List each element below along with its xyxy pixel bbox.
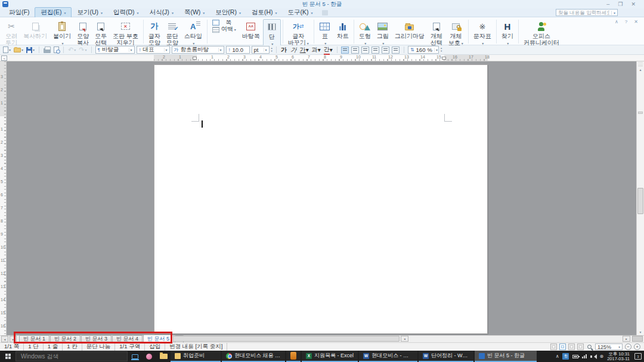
- underline-button[interactable]: 가▾: [299, 46, 309, 54]
- align-center-button[interactable]: [361, 47, 369, 54]
- right-indent-marker[interactable]: [442, 57, 446, 60]
- scroll-left-button[interactable]: ◂: [401, 336, 408, 342]
- paste-button[interactable]: 붙이기▾: [50, 19, 74, 47]
- menu-edit[interactable]: 편집(E)▾: [35, 7, 72, 18]
- taskbar-search-box[interactable]: [16, 351, 128, 361]
- tab-document-5-active[interactable]: 빈 문서 5: [143, 335, 174, 342]
- vertical-scrollbar[interactable]: ▲ ▼: [636, 61, 644, 335]
- taskbar-window-hwp-active[interactable]: 빈 문서 5 - 한글: [475, 351, 537, 362]
- horizontal-split-handle[interactable]: [632, 336, 643, 342]
- chart-button[interactable]: 차트: [334, 19, 352, 41]
- menu-tools[interactable]: 도구(K)▾: [283, 8, 318, 17]
- status-insert-mode[interactable]: 삽입: [145, 343, 165, 351]
- font-select[interactable]: 가함초롬바탕▾: [172, 46, 224, 54]
- document-page[interactable]: [154, 64, 488, 334]
- copy-button[interactable]: 복사하기: [20, 19, 50, 41]
- align-right-button[interactable]: [371, 47, 379, 54]
- help-button[interactable]: ?: [625, 19, 627, 24]
- table-button[interactable]: 표▾: [316, 19, 334, 47]
- scroll-down-button[interactable]: ▼: [637, 329, 644, 335]
- undo-button[interactable]: ↶▾: [67, 46, 76, 54]
- clipart-button[interactable]: 그리기마당: [392, 19, 428, 41]
- shapes-button[interactable]: 도형▾: [356, 19, 374, 47]
- char-shape-button[interactable]: 가 글자모양: [145, 19, 163, 47]
- indent-marker[interactable]: [193, 57, 197, 60]
- find-search-input[interactable]: [556, 10, 611, 16]
- view-grid-button[interactable]: [550, 344, 557, 350]
- ime-korean-icon[interactable]: 한: [562, 353, 569, 360]
- font-size-input[interactable]: ↕10.0: [226, 46, 250, 54]
- char-replace-button[interactable]: 가⇄ 글자바꾸기▾: [285, 19, 312, 47]
- bold-button[interactable]: 가: [280, 46, 288, 54]
- open-document-button[interactable]: ▾: [13, 48, 24, 52]
- columns-button[interactable]: 단▾: [263, 19, 281, 48]
- size-spinner[interactable]: ▴▾: [271, 47, 273, 52]
- tab-prev-button[interactable]: ◂: [1, 336, 8, 342]
- select-all-button[interactable]: 모두선택: [92, 19, 110, 47]
- zoom-in-button[interactable]: +: [634, 344, 640, 350]
- menu-input[interactable]: 입력(D)▾: [108, 8, 144, 17]
- battery-icon[interactable]: [572, 355, 578, 358]
- pink-app-button[interactable]: [142, 351, 156, 362]
- editing-canvas[interactable]: [7, 61, 636, 335]
- status-track-changes[interactable]: 변경 내용 [기록 중지]: [165, 343, 227, 351]
- ruler-tab-type-icon[interactable]: ¬: [1, 55, 7, 61]
- style-select[interactable]: ¶바탕글▾: [95, 46, 135, 54]
- eject-icon[interactable]: ⊗: [599, 354, 603, 359]
- master-page-button[interactable]: AA 바탕쪽: [239, 19, 263, 41]
- view-two-page-button[interactable]: [568, 344, 575, 350]
- char-shade-button[interactable]: 간▾: [323, 46, 333, 54]
- taskbar-window-folder[interactable]: 취업준비: [171, 351, 221, 362]
- size-unit-select[interactable]: pt▾: [252, 46, 270, 54]
- find-search-box[interactable]: ▾: [556, 9, 618, 16]
- erase-control-codes-button[interactable]: ✕ 조판 부호지우기: [110, 19, 141, 47]
- preview-button[interactable]: [53, 47, 60, 53]
- page-margin-button[interactable]: 쪽여백▾: [209, 19, 239, 33]
- align-justify-button[interactable]: [341, 47, 349, 54]
- new-document-button[interactable]: ▾: [2, 47, 11, 53]
- taskbar-window-word-1[interactable]: W 현대모비스 - Word: [359, 351, 417, 362]
- tab-document-1[interactable]: 빈 문서 1: [19, 335, 49, 342]
- office-communicator-button[interactable]: 오피스커뮤니케이터: [521, 19, 562, 47]
- scroll-up-button[interactable]: ▲: [637, 66, 644, 73]
- menu-file[interactable]: 파일(F): [4, 8, 35, 17]
- representative-select[interactable]: ↕대표▾: [137, 46, 170, 54]
- horizontal-scroll-thumb[interactable]: [173, 336, 400, 342]
- charmap-button[interactable]: ※ 문자표▾: [470, 19, 494, 47]
- menu-security[interactable]: 보안(R)▾: [210, 8, 246, 17]
- line-spacing-spinner[interactable]: ▴▾: [441, 47, 442, 52]
- network-icon[interactable]: [582, 354, 587, 358]
- taskbar-window-word-2[interactable]: W 단어정리 - Word: [419, 351, 473, 362]
- tab-document-4[interactable]: 빈 문서 4: [112, 335, 143, 342]
- taskbar-window-chrome[interactable]: 현대모비스 채용 - ..: [222, 351, 285, 362]
- ribbon-close-button[interactable]: ✕: [634, 19, 638, 24]
- taskbar-clock[interactable]: 오후 10:31 2017-03-11: [607, 352, 630, 361]
- cut-button[interactable]: ✂ 오려두기: [2, 19, 20, 47]
- view-page-button[interactable]: [559, 344, 566, 350]
- taskbar-search-input[interactable]: [16, 353, 127, 360]
- zoom-out-button[interactable]: −: [625, 344, 631, 350]
- menu-format[interactable]: 서식(J)▾: [144, 8, 179, 17]
- zoom-select[interactable]: 125%▾: [595, 344, 623, 350]
- volume-icon[interactable]: [590, 354, 596, 359]
- align-left-button[interactable]: [351, 47, 359, 54]
- para-shape-button[interactable]: ✔ 문단모양: [163, 19, 181, 47]
- print-button[interactable]: [43, 47, 51, 53]
- style-button[interactable]: A 스타일▾: [181, 19, 205, 47]
- taskview-button[interactable]: [128, 351, 142, 362]
- align-divide-button[interactable]: [392, 47, 400, 54]
- line-spacing-input[interactable]: ⇅160%▾: [408, 46, 439, 54]
- action-center-icon[interactable]: 3: [634, 353, 642, 360]
- tab-next-button[interactable]: ▸: [10, 336, 17, 342]
- tab-document-2[interactable]: 빈 문서 2: [50, 335, 80, 342]
- scroll-right-button[interactable]: ▸: [623, 336, 630, 342]
- menu-page[interactable]: 쪽(W)▾: [179, 8, 210, 17]
- save-button[interactable]: ▾: [26, 47, 35, 53]
- align-distribute-button[interactable]: [382, 47, 389, 54]
- picture-button[interactable]: 그림▾: [374, 19, 392, 47]
- redo-button[interactable]: ↷▾: [78, 46, 87, 54]
- menu-view[interactable]: 보기(U)▾: [72, 8, 108, 17]
- ribbon-collapse-button[interactable]: ∧: [615, 19, 618, 24]
- find-button[interactable]: H 찾기▾: [499, 19, 516, 47]
- horizontal-ruler[interactable]: ¬ 21123456789101112131415161718: [0, 55, 644, 61]
